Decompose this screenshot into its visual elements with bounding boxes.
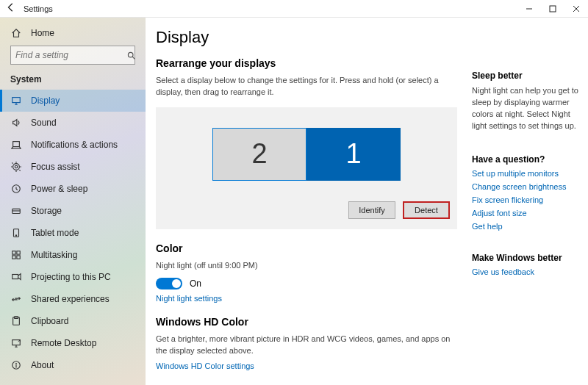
- search-icon: [126, 51, 136, 60]
- help-link[interactable]: Adjust font size: [472, 209, 581, 217]
- search-box[interactable]: [10, 46, 135, 65]
- sidebar-item-label: Projecting to this PC: [31, 272, 111, 282]
- sidebar-item-label: Clipboard: [31, 316, 68, 326]
- hd-heading: Windows HD Color: [156, 316, 457, 328]
- rearrange-heading: Rearrange your displays: [156, 57, 457, 69]
- sidebar-item-label: Tablet mode: [31, 228, 79, 238]
- titlebar: Settings: [0, 0, 588, 18]
- sidebar-item-label: Storage: [31, 206, 62, 216]
- hd-desc: Get a brighter, more vibrant picture in …: [156, 334, 457, 357]
- sidebar-home-label: Home: [31, 28, 54, 38]
- sidebar-icon: [10, 293, 22, 305]
- home-icon: [10, 27, 22, 39]
- sidebar-item-label: About: [31, 360, 54, 370]
- give-feedback-link[interactable]: Give us feedback: [472, 267, 581, 276]
- aside: Sleep better Night light can help you ge…: [472, 28, 581, 385]
- svg-point-19: [15, 364, 16, 364]
- sidebar-item-power-sleep[interactable]: Power & sleep: [0, 178, 146, 200]
- hd-settings-link[interactable]: Windows HD Color settings: [156, 361, 457, 370]
- sidebar-item-display[interactable]: Display: [0, 90, 146, 112]
- svg-point-4: [13, 164, 20, 170]
- sidebar-item-remote-desktop[interactable]: Remote Desktop: [0, 332, 146, 354]
- help-link[interactable]: Get help: [472, 222, 581, 231]
- sidebar-home[interactable]: Home: [0, 22, 146, 44]
- display-1[interactable]: 1: [306, 128, 401, 181]
- night-light-toggle-label: On: [190, 278, 201, 289]
- window-controls: [517, 0, 588, 18]
- sidebar-item-notifications-actions[interactable]: Notifications & actions: [0, 134, 146, 156]
- rearrange-desc: Select a display below to change the set…: [156, 75, 457, 98]
- help-link[interactable]: Set up multiple monitors: [472, 169, 581, 178]
- svg-rect-0: [550, 6, 556, 12]
- sidebar-icon: [10, 161, 22, 173]
- svg-rect-12: [12, 256, 15, 259]
- sidebar-section-label: System: [0, 69, 146, 90]
- sidebar-item-focus-assist[interactable]: Focus assist: [0, 156, 146, 178]
- svg-rect-13: [17, 256, 20, 259]
- sidebar-icon: [10, 249, 22, 261]
- sidebar-item-sound[interactable]: Sound: [0, 112, 146, 134]
- svg-point-9: [15, 235, 16, 236]
- arrange-canvas: 2 1 Identify Detect: [156, 107, 457, 229]
- display-2[interactable]: 2: [212, 128, 306, 181]
- night-light-status: Night light (off until 9:00 PM): [156, 260, 457, 272]
- svg-rect-3: [13, 142, 20, 147]
- minimize-button[interactable]: [517, 0, 541, 18]
- sidebar-item-label: Shared experiences: [31, 294, 110, 304]
- sidebar-icon: [10, 315, 22, 327]
- identify-button[interactable]: Identify: [348, 201, 395, 219]
- sidebar-item-shared-experiences[interactable]: Shared experiences: [0, 288, 146, 310]
- sidebar: Home System DisplaySoundNotifications & …: [0, 18, 146, 385]
- sidebar-item-label: Multitasking: [31, 250, 77, 260]
- search-input[interactable]: [15, 50, 126, 60]
- sidebar-item-label: Sound: [31, 118, 57, 128]
- sidebar-icon: [10, 227, 22, 239]
- sleep-better-desc: Night light can help you get to sleep by…: [472, 85, 581, 132]
- sidebar-item-multitasking[interactable]: Multitasking: [0, 244, 146, 266]
- sidebar-icon: [10, 337, 22, 349]
- sidebar-item-tablet-mode[interactable]: Tablet mode: [0, 222, 146, 244]
- help-link[interactable]: Change screen brightness: [472, 182, 581, 191]
- sidebar-item-clipboard[interactable]: Clipboard: [0, 310, 146, 332]
- sidebar-item-about[interactable]: About: [0, 354, 146, 376]
- detect-button[interactable]: Detect: [403, 201, 450, 219]
- sidebar-item-label: Notifications & actions: [31, 140, 118, 150]
- back-icon[interactable]: [6, 2, 16, 15]
- sleep-better-heading: Sleep better: [472, 71, 581, 81]
- have-question-heading: Have a question?: [472, 154, 581, 165]
- sidebar-icon: [10, 95, 22, 107]
- content: Display Rearrange your displays Select a…: [156, 28, 472, 385]
- svg-rect-11: [17, 251, 20, 254]
- svg-rect-10: [12, 251, 15, 254]
- svg-point-1: [128, 52, 133, 57]
- sidebar-item-label: Focus assist: [31, 162, 80, 172]
- sidebar-icon: [10, 205, 22, 217]
- sidebar-icon: [10, 117, 22, 129]
- night-light-settings-link[interactable]: Night light settings: [156, 294, 457, 303]
- sidebar-item-projecting-to-this-pc[interactable]: Projecting to this PC: [0, 266, 146, 288]
- color-heading: Color: [156, 242, 457, 254]
- make-better-heading: Make Windows better: [472, 253, 581, 263]
- sidebar-icon: [10, 271, 22, 283]
- help-link[interactable]: Fix screen flickering: [472, 195, 581, 204]
- sidebar-icon: [10, 139, 22, 151]
- sidebar-icon: [10, 359, 22, 371]
- sidebar-item-label: Remote Desktop: [31, 338, 96, 348]
- maximize-button[interactable]: [541, 0, 564, 18]
- sidebar-item-storage[interactable]: Storage: [0, 200, 146, 222]
- svg-rect-2: [12, 98, 21, 103]
- svg-rect-14: [12, 275, 18, 279]
- night-light-toggle[interactable]: [156, 278, 182, 289]
- sidebar-icon: [10, 183, 22, 195]
- svg-point-5: [15, 165, 18, 168]
- app-title: Settings: [24, 4, 53, 13]
- sidebar-item-label: Display: [31, 96, 60, 106]
- close-button[interactable]: [564, 0, 588, 18]
- page-title: Display: [156, 28, 457, 47]
- sidebar-item-label: Power & sleep: [31, 184, 87, 194]
